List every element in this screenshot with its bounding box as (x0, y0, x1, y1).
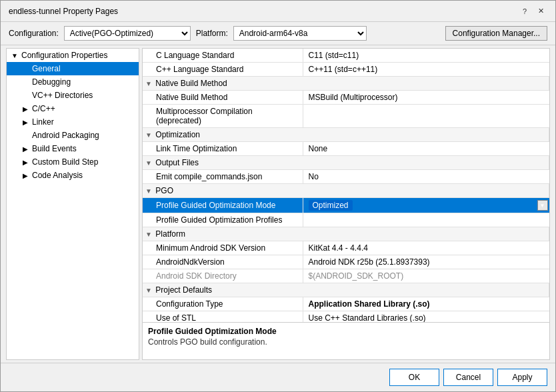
tree-item-label: Android Packaging (32, 131, 99, 140)
main-content: ▼ Configuration Properties General Debug… (1, 45, 555, 363)
section-optimization: ▼ Optimization (143, 128, 549, 142)
prop-value: No (303, 170, 549, 184)
prop-value: $(ANDROID_SDK_ROOT) (303, 269, 549, 283)
table-row[interactable]: C++ Language Standard C++11 (std=c++11) (143, 63, 549, 77)
properties-panel: C Language Standard C11 (std=c11) C++ La… (142, 48, 550, 360)
section-platform: ▼ Platform (143, 227, 549, 241)
tree-item-cpp[interactable]: ▶ C/C++ (7, 102, 139, 115)
properties-table: C Language Standard C11 (std=c11) C++ La… (143, 49, 549, 322)
tree-item-label: Build Events (32, 144, 77, 153)
expand-icon: ▶ (20, 117, 31, 127)
configuration-label: Configuration: (9, 29, 59, 38)
section-header-label: ▼ Platform (143, 227, 549, 241)
prop-value: C++11 (std=c++11) (303, 63, 549, 77)
help-button[interactable]: ? (518, 5, 531, 18)
section-expand-icon: ▼ (145, 231, 153, 238)
prop-name: Use of STL (143, 311, 303, 323)
tree-item-general[interactable]: General (7, 62, 139, 75)
expand-icon: ▶ (20, 103, 31, 114)
spacer-icon (20, 90, 31, 101)
configuration-select[interactable]: Active(PGO-Optimized) (64, 26, 191, 41)
tree-item-build-events[interactable]: ▶ Build Events (7, 142, 139, 155)
tree-item-custom-build[interactable]: ▶ Custom Build Step (7, 155, 139, 169)
prop-name: Native Build Method (143, 91, 303, 105)
prop-value: MSBuild (Multiprocessor) (303, 91, 549, 105)
table-row[interactable]: Minimum Android SDK Version KitKat 4.4 -… (143, 241, 549, 255)
prop-name: C Language Standard (143, 49, 303, 63)
table-row[interactable]: Native Build Method MSBuild (Multiproces… (143, 91, 549, 105)
prop-value (303, 105, 549, 128)
prop-name: Android SDK Directory (143, 269, 303, 283)
expand-icon: ▶ (20, 143, 31, 154)
section-native-build: ▼ Native Build Method (143, 77, 549, 91)
prop-value: Application Shared Library (.so) (303, 297, 549, 311)
table-row[interactable]: AndroidNdkVersion Android NDK r25b (25.1… (143, 255, 549, 269)
property-pages-dialog: endless-tunnel Property Pages ? ✕ Config… (0, 0, 556, 392)
platform-select[interactable]: Android-arm64-v8a (233, 26, 367, 41)
prop-value: Android NDK r25b (25.1.8937393) (303, 255, 549, 269)
tree-item-linker[interactable]: ▶ Linker (7, 115, 139, 129)
prop-name: AndroidNdkVersion (143, 255, 303, 269)
cancel-button[interactable]: Cancel (443, 369, 493, 386)
platform-label: Platform: (196, 29, 228, 38)
section-output-files: ▼ Output Files (143, 156, 549, 170)
section-header-label: ▼ Output Files (143, 156, 549, 170)
tree-item-code-analysis[interactable]: ▶ Code Analysis (7, 169, 139, 182)
prop-value-pgo-profiles (303, 213, 549, 227)
tree-item-label: Configuration Properties (21, 51, 107, 60)
spacer-icon (20, 63, 31, 74)
section-expand-icon: ▼ (145, 287, 153, 294)
table-row[interactable]: Android SDK Directory $(ANDROID_SDK_ROOT… (143, 269, 549, 283)
close-button[interactable]: ✕ (534, 5, 547, 18)
section-header-label: ▼ Project Defaults (143, 283, 549, 297)
button-bar: OK Cancel Apply (1, 363, 555, 391)
expand-icon: ▶ (20, 170, 31, 181)
prop-name: Multiprocessor Compilation (deprecated) (143, 105, 303, 128)
tree-item-label: Linker (32, 117, 54, 127)
dropdown-arrow-icon[interactable]: ▼ (537, 200, 548, 211)
table-row[interactable]: Multiprocessor Compilation (deprecated) (143, 105, 549, 128)
prop-name: Emit compile_commands.json (143, 170, 303, 184)
prop-value: C11 (std=c11) (303, 49, 549, 63)
apply-button[interactable]: Apply (497, 369, 547, 386)
table-row[interactable]: Link Time Optimization None (143, 142, 549, 156)
table-row[interactable]: Emit compile_commands.json No (143, 170, 549, 184)
ok-button[interactable]: OK (389, 369, 439, 386)
configuration-manager-button[interactable]: Configuration Manager... (445, 26, 547, 41)
prop-value: Use C++ Standard Libraries (.so) (303, 311, 549, 323)
table-row-pgo-profiles[interactable]: Profile Guided Optimization Profiles (143, 213, 549, 227)
table-row[interactable]: C Language Standard C11 (std=c11) (143, 49, 549, 63)
tree-item-label: Debugging (32, 77, 71, 87)
section-expand-icon: ▼ (145, 159, 153, 167)
tree-item-android-packaging[interactable]: Android Packaging (7, 129, 139, 142)
section-expand-icon: ▼ (145, 80, 153, 87)
table-row-pgo-mode[interactable]: Profile Guided Optimization Mode Optimiz… (143, 198, 549, 213)
tree-item-debugging[interactable]: Debugging (7, 75, 139, 89)
prop-name: Minimum Android SDK Version (143, 241, 303, 255)
section-expand-icon: ▼ (145, 187, 153, 195)
prop-name-pgo-profiles: Profile Guided Optimization Profiles (143, 213, 303, 227)
description-text: Controls PGO build configuration. (148, 337, 544, 347)
tree-item-vc-dirs[interactable]: VC++ Directories (7, 89, 139, 102)
dialog-title: endless-tunnel Property Pages (9, 7, 118, 16)
tree-item-label: VC++ Directories (32, 91, 93, 100)
expand-icon: ▶ (20, 157, 31, 167)
title-bar-controls: ? ✕ (518, 5, 547, 18)
tree-item-label: Code Analysis (32, 171, 83, 180)
table-row[interactable]: Use of STL Use C++ Standard Libraries (.… (143, 311, 549, 323)
tree-item-config-properties[interactable]: ▼ Configuration Properties (7, 49, 139, 62)
prop-value: KitKat 4.4 - 4.4.4 (303, 241, 549, 255)
table-row[interactable]: Configuration Type Application Shared Li… (143, 297, 549, 311)
spacer-icon (20, 77, 31, 87)
tree-item-label: C/C++ (32, 104, 55, 113)
prop-name: Configuration Type (143, 297, 303, 311)
pgo-value-highlight: Optimized (309, 200, 353, 211)
section-header-label: ▼ Optimization (143, 128, 549, 142)
tree-panel: ▼ Configuration Properties General Debug… (6, 48, 139, 360)
prop-value: None (303, 142, 549, 156)
config-bar: Configuration: Active(PGO-Optimized) Pla… (1, 22, 555, 45)
tree-item-label: General (32, 64, 61, 73)
description-title: Profile Guided Optimization Mode (148, 327, 544, 336)
prop-name-pgo-mode: Profile Guided Optimization Mode (143, 198, 303, 213)
section-header-label: ▼ PGO (143, 184, 549, 198)
